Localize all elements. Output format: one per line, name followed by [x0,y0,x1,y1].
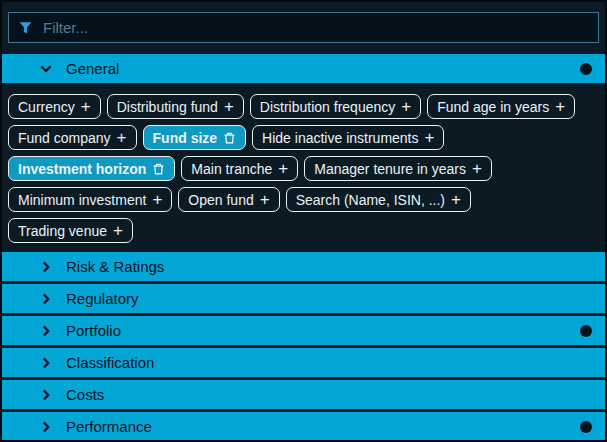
plus-icon: + [451,191,461,208]
filter-sections: General Currency + Distributing fund + D… [2,54,605,442]
chip-label: Search (Name, ISIN, ...) [296,193,445,207]
chevron-right-icon [38,259,54,275]
filter-chip-currency[interactable]: Currency + [8,94,101,119]
chevron-down-icon [38,61,54,77]
trash-icon [223,131,236,145]
section-label: Risk & Ratings [66,258,164,275]
chip-label: Distribution frequency [260,100,395,114]
funnel-icon [18,20,33,35]
plus-icon: + [555,98,565,115]
section-header-regulatory[interactable]: Regulatory [2,284,605,313]
filter-chip-distribution-frequency[interactable]: Distribution frequency + [250,94,421,119]
filter-chip-main-tranche[interactable]: Main tranche + [181,156,298,181]
plus-icon: + [472,160,482,177]
plus-icon: + [260,191,270,208]
plus-icon: + [224,98,234,115]
section-label: Portfolio [66,322,121,339]
section-header-risk-ratings[interactable]: Risk & Ratings [2,252,605,281]
filter-chip-fund-size[interactable]: Fund size [143,125,247,150]
plus-icon: + [401,98,411,115]
section-label: Regulatory [66,290,139,307]
section-header-portfolio[interactable]: Portfolio [2,316,605,345]
filter-chip-fund-company[interactable]: Fund company + [8,125,137,150]
chip-label: Hide inactive instruments [262,131,418,145]
chip-label: Distributing fund [117,100,218,114]
section-header-performance[interactable]: Performance [2,412,605,441]
chip-label: Investment horizon [18,162,146,176]
active-filters-dot [580,325,592,337]
filter-chip-fund-age-in-years[interactable]: Fund age in years + [427,94,575,119]
chip-label: Open fund [188,193,253,207]
filter-chip-open-fund[interactable]: Open fund + [178,187,279,212]
fund-screener-filter-panel: General Currency + Distributing fund + D… [0,0,607,442]
chevron-right-icon [38,291,54,307]
filter-chip-trading-venue[interactable]: Trading venue + [8,218,133,243]
filter-chip-manager-tenure-in-years[interactable]: Manager tenure in years + [304,156,492,181]
chevron-right-icon [38,387,54,403]
trash-icon [152,162,165,176]
section-label: Performance [66,418,152,435]
filter-chip-search-name-isin[interactable]: Search (Name, ISIN, ...) + [286,187,471,212]
chevron-right-icon [38,323,54,339]
section-label: General [66,60,119,77]
chip-label: Fund size [153,131,218,145]
general-filters-panel: Currency + Distributing fund + Distribut… [2,86,605,252]
filter-chip-minimum-investment[interactable]: Minimum investment + [8,187,172,212]
chip-label: Fund company [18,131,111,145]
section-label: Classification [66,354,154,371]
section-header-costs[interactable]: Costs [2,380,605,409]
section-header-classification[interactable]: Classification [2,348,605,377]
plus-icon: + [117,129,127,146]
chip-label: Minimum investment [18,193,146,207]
plus-icon: + [113,222,123,239]
plus-icon: + [152,191,162,208]
section-label: Costs [66,386,104,403]
filter-chip-hide-inactive-instruments[interactable]: Hide inactive instruments + [252,125,444,150]
chevron-right-icon [38,419,54,435]
active-filters-dot [580,421,592,433]
plus-icon: + [278,160,288,177]
chip-label: Currency [18,100,75,114]
chip-label: Manager tenure in years [314,162,466,176]
filter-search-box [8,12,599,43]
plus-icon: + [425,129,435,146]
chip-label: Trading venue [18,224,107,238]
active-filters-dot [580,63,592,75]
section-header-general[interactable]: General [2,54,605,83]
chip-label: Main tranche [191,162,272,176]
filter-chip-distributing-fund[interactable]: Distributing fund + [107,94,244,119]
filter-chip-investment-horizon[interactable]: Investment horizon [8,156,175,181]
filter-input[interactable] [41,18,589,37]
chevron-right-icon [38,355,54,371]
chip-label: Fund age in years [437,100,549,114]
plus-icon: + [81,98,91,115]
